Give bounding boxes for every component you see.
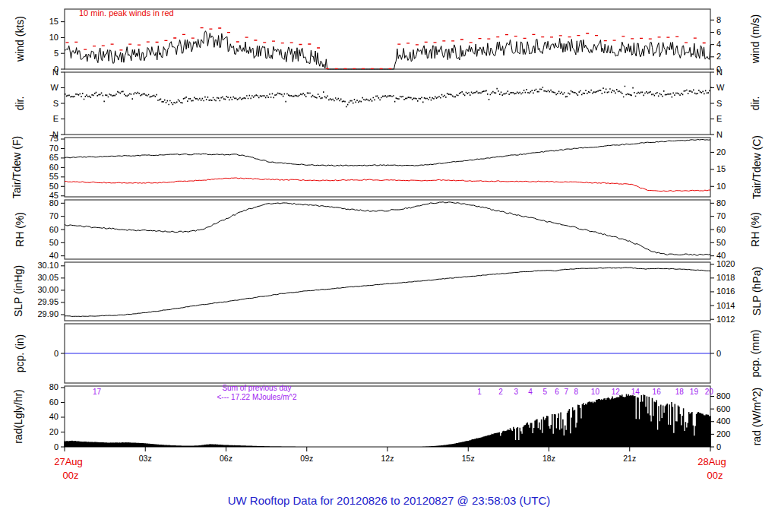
y-axis-label-pcp-left: pcp. (in) [14, 334, 26, 373]
tick-label-slp: 1012 [716, 315, 735, 324]
tick-label-wind: 15 [49, 17, 59, 26]
tick-label-slp: 29.90 [37, 309, 59, 318]
tick-label-slp: 1014 [716, 301, 735, 310]
rad-milestone: 1 [477, 388, 482, 396]
y-axis-label-pcp-right: pcp. (mm) [749, 330, 761, 378]
rad-milestone: 16 [653, 388, 662, 396]
x-end-hour: 00z [688, 470, 742, 481]
rad-milestone: 20 [705, 388, 714, 396]
tick-label-dir: W [716, 83, 725, 92]
y-axis-label-temp-left: Tair/Tdew (F) [11, 136, 23, 198]
tick-label-pcp: 0 [54, 349, 59, 358]
rad-milestone: 18 [675, 388, 685, 396]
tick-label-slp: 1016 [716, 287, 735, 296]
y-axis-label-rad-right: rad (W/m^2) [751, 388, 763, 446]
panel-frame-rh [65, 200, 710, 259]
y-axis-label-wind-left: wind (kts) [14, 16, 26, 62]
dew_point-line [65, 178, 710, 192]
panel-frame-slp [65, 262, 710, 321]
tick-label-dir: N [716, 130, 723, 139]
rad-milestone: 4 [528, 388, 533, 396]
tick-label-rad: 0 [54, 442, 59, 451]
tick-label-dir: N [716, 68, 723, 77]
tick-label-dir: W [51, 83, 59, 92]
tick-label-rh: 40 [49, 251, 59, 260]
radiation-bars [65, 394, 710, 447]
tick-label-temp: 15 [716, 164, 726, 173]
tick-label-dir: S [53, 99, 59, 108]
panel-frame-dir [65, 72, 710, 135]
x-tick-label: 09z [300, 454, 313, 463]
tick-label-temp: 70 [49, 144, 59, 153]
tick-label-rh: 70 [716, 211, 726, 220]
peak-wind-dashes [66, 28, 706, 69]
y-axis-label-dir-left: dir. [14, 97, 26, 111]
tick-label-rad: 200 [716, 429, 730, 439]
y-axis-label-slp-left: SLP (inHg) [12, 265, 24, 317]
x-tick-label: 12z [381, 454, 394, 463]
tick-label-slp: 1020 [716, 259, 735, 268]
panel-frame-temp [65, 138, 710, 197]
rad-milestone: 12 [612, 388, 621, 396]
tick-label-dir: E [53, 114, 59, 123]
x-tick-label: 06z [220, 454, 232, 463]
tick-label-slp: 30.05 [37, 273, 59, 282]
tick-label-rh: 70 [49, 211, 59, 220]
tick-label-rh: 60 [716, 225, 726, 234]
y-axis-label-rh-left: RH (%) [14, 212, 26, 247]
tick-label-rad: 40 [49, 412, 59, 421]
rad-milestone: 6 [555, 388, 559, 396]
x-start-hour: 00z [44, 470, 97, 481]
tick-label-slp: 1018 [716, 273, 735, 282]
y-axis-label-slp-right: SLP (hPa) [751, 267, 763, 315]
tick-label-temp: 75 [49, 134, 59, 143]
tick-label-temp: 55 [49, 172, 59, 181]
rad-sum-line2: <--- 17.22 MJoules/m^2 [185, 393, 329, 402]
rad-sum-annotation: Sum of previous day <--- 17.22 MJoules/m… [185, 384, 329, 402]
x-start-date: 27Aug [42, 456, 95, 467]
x-tick-label: 21z [623, 454, 636, 463]
x-end-date: 28Aug [685, 456, 738, 467]
tick-label-pcp: 0 [716, 349, 721, 358]
tick-label-rh: 80 [716, 198, 726, 207]
rad-milestone: 19 [690, 388, 699, 396]
rad-milestone: 8 [574, 388, 578, 396]
tick-label-rad: 0 [716, 442, 721, 451]
tick-label-temp: 65 [49, 153, 59, 162]
tick-label-wind: 6 [716, 27, 721, 36]
tick-label-rad: 80 [49, 382, 59, 391]
rad-milestone: 5 [542, 388, 547, 396]
relative_humidity-line [65, 202, 710, 255]
tick-label-rad: 800 [716, 391, 730, 401]
tick-label-temp: 20 [716, 147, 726, 157]
tick-label-dir: N [52, 68, 59, 77]
tick-label-wind: 10 [49, 33, 59, 42]
tick-label-rad: 20 [49, 427, 59, 436]
rad-milestone: 3 [514, 388, 519, 396]
tick-label-rh: 60 [49, 225, 59, 234]
tick-label-rad: 400 [716, 416, 730, 426]
tick-label-wind: 8 [716, 15, 721, 24]
x-tick-label: 18z [542, 454, 555, 463]
tick-label-wind: 2 [716, 52, 721, 61]
tick-label-temp: 60 [49, 163, 59, 172]
wind-speed-line [65, 31, 710, 69]
tick-label-rh: 80 [49, 198, 59, 207]
rad-milestone: 2 [498, 388, 503, 396]
y-axis-label-rh-right: RH (%) [749, 212, 761, 247]
x-tick-label: 03z [139, 454, 152, 463]
tick-label-rh: 50 [716, 238, 726, 247]
meteogram-figure: 05101502468NESWNNESWN4550556065707510152… [0, 0, 778, 532]
tick-label-wind: 5 [54, 49, 59, 58]
tick-label-temp: 50 [49, 182, 59, 191]
air_temperature-line [65, 139, 710, 166]
tick-label-slp: 30.10 [37, 261, 59, 270]
tick-label-wind: 4 [716, 40, 721, 49]
tick-label-rh: 50 [49, 238, 59, 247]
y-axis-label-wind-right: wind (m/s) [749, 14, 761, 64]
tick-label-slp: 30.00 [37, 285, 59, 294]
tick-label-dir: S [716, 99, 722, 108]
tick-label-dir: E [716, 114, 722, 123]
tick-label-temp: 10 [716, 182, 726, 191]
y-axis-label-temp-right: Tair/Tdew (C) [751, 135, 763, 199]
